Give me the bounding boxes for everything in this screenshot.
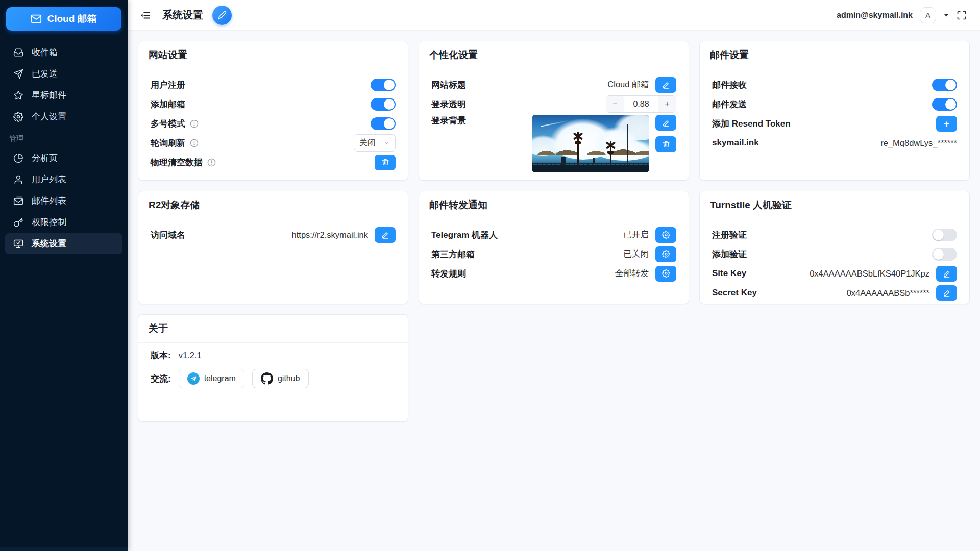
opacity-stepper: − 0.88 + [606,95,676,113]
toggle-register-verify[interactable] [932,229,957,241]
gear-icon [13,112,23,122]
telegram-icon [187,372,200,385]
forward-rule-settings-button[interactable] [655,266,676,282]
card-forward-notify: 邮件转发通知 Telegram 机器人 已开启 第三方邮箱 [419,191,689,304]
sidebar-item-sent[interactable]: 已发送 [5,63,122,84]
sidebar-item-label: 星标邮件 [32,89,66,101]
edit-title-button[interactable] [212,6,232,25]
card-title: 邮件转发通知 [419,191,689,219]
github-link-button[interactable]: github [252,369,309,388]
toggle-mail-receive[interactable] [932,79,957,91]
trash-icon [662,140,670,148]
version-value: v1.2.1 [179,350,202,360]
card-site-settings: 网站设置 用户注册 添加邮箱 多号模式 [138,41,408,181]
row-label: 登录背景 [431,115,466,127]
card-title: R2对象存储 [138,191,408,219]
toggle-add-verify[interactable] [932,248,957,261]
monitor-check-icon [13,239,23,249]
github-icon [261,372,273,385]
edit-site-title-button[interactable] [655,77,676,93]
send-icon [13,69,23,79]
row-label: 轮询刷新 [151,137,185,149]
sidebar-item-label: 系统设置 [32,238,66,249]
forward-rule-value: 全部转发 [615,268,649,279]
polling-select-value: 关闭 [359,138,376,148]
fullscreen-icon[interactable] [957,10,967,20]
sidebar-item-label: 用户列表 [32,173,66,185]
sidebar-item-users[interactable]: 用户列表 [5,169,122,190]
menu-fold-icon[interactable] [140,10,151,21]
info-icon[interactable] [207,158,216,167]
sidebar-item-label: 已发送 [32,68,58,80]
card-turnstile: Turnstile 人机验证 注册验证 添加验证 Site Key 0x4AAA… [699,191,970,304]
mail-logo-icon [31,13,42,24]
row-label: 登录透明 [431,98,466,110]
third-party-settings-button[interactable] [655,246,676,262]
page-title: 系统设置 [162,8,203,22]
sidebar-item-personal-settings[interactable]: 个人设置 [5,106,122,127]
polling-select[interactable]: 关闭 [354,134,396,152]
info-icon[interactable] [190,119,199,128]
trash-icon [381,158,389,166]
site-key-value: 0x4AAAAAABSbLfKS40P1JKpz [810,269,929,279]
pencil-icon [943,269,951,278]
main-area: 系统设置 admin@skymail.ink A 网站设置 用户注册 [128,0,980,551]
sidebar-item-mail-list[interactable]: 邮件列表 [5,190,122,211]
stepper-increase-button[interactable]: + [658,96,676,112]
toggle-add-mailbox[interactable] [371,98,396,111]
row-label: 添加验证 [712,248,747,260]
delete-background-button[interactable] [655,136,676,152]
info-icon[interactable] [190,139,199,147]
row-label: 邮件发送 [712,98,747,110]
sidebar-item-permissions[interactable]: 权限控制 [5,212,122,233]
secret-key-value: 0x4AAAAAABSb****** [847,288,929,298]
resend-token-value: re_Mq8dwLys_****** [880,138,957,148]
row-label: 添加 Resend Token [712,118,791,130]
user-icon [13,174,23,185]
sidebar-item-inbox[interactable]: 收件箱 [5,42,122,63]
card-title: Turnstile 人机验证 [700,191,969,219]
edit-background-button[interactable] [655,115,676,131]
chevron-down-icon [383,140,390,146]
toggle-multi-account[interactable] [371,117,396,130]
login-background-image[interactable] [532,115,649,172]
pencil-icon [381,231,389,239]
purge-data-button[interactable] [375,155,396,170]
sidebar-item-starred[interactable]: 星标邮件 [5,85,122,106]
telegram-status: 已开启 [624,229,649,240]
third-party-status: 已关闭 [624,248,649,260]
edit-site-key-button[interactable] [936,266,957,282]
logo-button[interactable]: Cloud 邮箱 [6,7,121,31]
sidebar-item-system-settings[interactable]: 系统设置 [5,233,122,254]
site-title-value: Cloud 邮箱 [607,79,649,90]
inbox-icon [13,47,23,58]
row-label: Telegram 机器人 [431,229,498,241]
card-mail-settings: 邮件设置 邮件接收 邮件发送 添加 Resend Token + [699,41,970,181]
row-label: 注册验证 [712,229,747,241]
telegram-link-button[interactable]: telegram [179,369,244,388]
avatar[interactable]: A [920,7,936,23]
toggle-mail-send[interactable] [932,98,957,111]
sidebar-nav: 收件箱 已发送 星标邮件 个人设置 管理 分析页 用户列表 邮件列表 [0,42,128,255]
sidebar-item-analytics[interactable]: 分析页 [5,147,122,168]
plus-icon: + [944,119,949,129]
toggle-user-register[interactable] [371,79,396,91]
sidebar-section-admin: 管理 [0,128,128,147]
telegram-settings-button[interactable] [655,227,676,243]
github-link-label: github [278,374,300,383]
r2-domain-value: https://r2.skymail.ink [292,230,368,240]
row-label: 物理清空数据 [151,157,203,168]
opacity-value[interactable]: 0.88 [624,96,658,112]
pencil-icon [662,81,670,89]
gear-icon [662,269,670,278]
add-resend-token-button[interactable]: + [936,116,957,132]
edit-secret-key-button[interactable] [936,285,957,301]
gear-icon [662,231,670,239]
chevron-down-icon[interactable] [943,12,949,18]
pencil-icon [943,289,951,297]
star-icon [13,90,23,101]
edit-r2-domain-button[interactable] [375,227,396,243]
stepper-decrease-button[interactable]: − [606,96,624,112]
row-label: 访问域名 [151,229,185,241]
sidebar-scrollbar[interactable] [0,547,128,551]
